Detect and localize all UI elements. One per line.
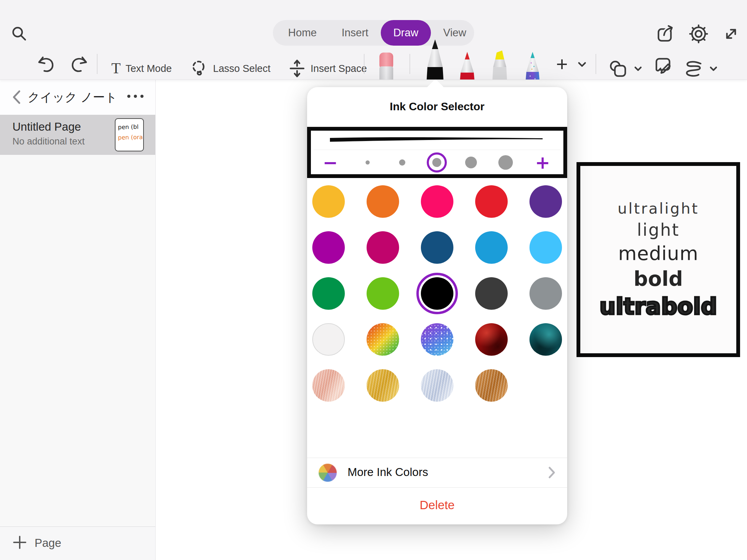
- color-swatch-dark-gray[interactable]: [475, 277, 508, 310]
- black-pen-tool-selected[interactable]: [424, 39, 446, 80]
- delete-pen-button[interactable]: Delete: [307, 488, 567, 524]
- eraser-tool[interactable]: [375, 52, 397, 80]
- tab-draw[interactable]: Draw: [381, 20, 431, 46]
- add-page-button[interactable]: [12, 534, 28, 550]
- more-ink-colors-label: More Ink Colors: [348, 466, 428, 479]
- thickness-section-annotation-box: − +: [307, 127, 567, 178]
- search-icon: [10, 25, 28, 43]
- color-swatch-purple[interactable]: [529, 185, 562, 218]
- ink-note-button[interactable]: [653, 55, 673, 80]
- color-swatch-sky-blue[interactable]: [529, 231, 562, 264]
- color-swatch-white[interactable]: [312, 323, 345, 356]
- page-thumbnail: pen (blpen (ora: [115, 118, 144, 151]
- thickness-option-4[interactable]: [465, 157, 477, 168]
- back-button[interactable]: [10, 89, 22, 105]
- thickness-dot-selected: [432, 158, 441, 167]
- thickness-dot: [465, 157, 477, 168]
- color-swatch-gray[interactable]: [529, 277, 562, 310]
- thickness-dot: [399, 159, 405, 166]
- text-mode-button[interactable]: T Text Mode: [111, 55, 172, 80]
- color-swatch-bronze[interactable]: [475, 369, 508, 402]
- add-page-label[interactable]: Page: [35, 536, 61, 550]
- galaxy-pencil-tool[interactable]: [523, 51, 543, 80]
- pen-set-dropdown[interactable]: [577, 61, 587, 68]
- highlighter-icon: [489, 50, 510, 80]
- chevron-down-icon: [634, 66, 643, 73]
- sidebar-footer: Page: [0, 526, 155, 560]
- color-swatch-pink[interactable]: [421, 185, 453, 218]
- fullscreen-button[interactable]: [721, 24, 741, 44]
- thickness-option-1[interactable]: [366, 160, 370, 165]
- shapes-button[interactable]: [609, 55, 643, 80]
- toolbar-divider: [596, 54, 596, 74]
- undo-button[interactable]: [36, 52, 58, 80]
- page-subtitle: No additional text: [12, 136, 85, 147]
- onenote-draw-screen: { "colors": { "accent": "#7C21A8", "sele…: [0, 0, 747, 560]
- thickness-sample-ultralight: ultralight: [618, 201, 699, 216]
- redo-button[interactable]: [67, 52, 89, 80]
- color-swatch-blue[interactable]: [475, 231, 508, 264]
- undo-icon: [36, 54, 58, 76]
- redo-icon: [67, 54, 89, 76]
- chevron-left-icon: [10, 89, 22, 105]
- color-swatch-lime-green[interactable]: [367, 277, 399, 310]
- color-swatch-orange[interactable]: [367, 185, 399, 218]
- insert-space-button[interactable]: Insert Space: [288, 55, 367, 80]
- color-wheel-icon: [319, 464, 337, 482]
- color-swatch-yellow[interactable]: [312, 185, 345, 218]
- decrease-thickness-button[interactable]: −: [323, 153, 338, 171]
- thickness-option-3[interactable]: [432, 158, 441, 167]
- ink-replay-button[interactable]: [683, 55, 718, 80]
- stroke-preview: [328, 132, 544, 146]
- search-button[interactable]: [10, 25, 28, 43]
- tab-insert[interactable]: Insert: [329, 20, 381, 46]
- gear-icon: [689, 24, 708, 44]
- color-swatch-red[interactable]: [475, 185, 508, 218]
- color-swatch-silver[interactable]: [421, 369, 453, 402]
- text-mode-icon: T: [111, 61, 121, 76]
- yellow-highlighter-tool[interactable]: [489, 50, 510, 80]
- black-pen-icon: [424, 39, 446, 80]
- page-sidebar: クイック ノート Untitled Page No additional tex…: [0, 80, 156, 560]
- insert-space-label: Insert Space: [311, 63, 367, 74]
- thumbnail-ink-line: pen (bl: [118, 121, 144, 132]
- galaxy-pencil-icon: [523, 51, 543, 80]
- color-swatch-black[interactable]: [421, 277, 453, 310]
- color-swatch-magenta[interactable]: [312, 231, 345, 264]
- color-swatch-gold[interactable]: [367, 369, 399, 402]
- color-swatch-teal-marble[interactable]: [529, 323, 562, 356]
- thickness-option-2[interactable]: [399, 159, 405, 166]
- toolbar-divider: [364, 54, 365, 74]
- page-list-item-selected[interactable]: Untitled Page No additional text pen (bl…: [0, 115, 155, 155]
- scribble-icon: [683, 59, 704, 79]
- settings-button[interactable]: [689, 24, 708, 44]
- popup-caret: [425, 79, 445, 99]
- section-menu-button[interactable]: [127, 95, 144, 98]
- popup-title: Ink Color Selector: [307, 100, 567, 113]
- color-swatch-raspberry[interactable]: [367, 231, 399, 264]
- thickness-sample-ultrabold: ultrabold: [599, 295, 717, 318]
- lasso-select-button[interactable]: Lasso Select: [190, 55, 270, 80]
- tab-home[interactable]: Home: [276, 20, 329, 46]
- thickness-dot: [498, 155, 513, 170]
- divider: [314, 150, 561, 150]
- color-swatch-rose-gold[interactable]: [312, 369, 345, 402]
- red-pen-tool[interactable]: [457, 51, 477, 80]
- thickness-sample-light: light: [637, 221, 680, 239]
- share-button[interactable]: [656, 24, 675, 44]
- color-swatch-rainbow-glitter[interactable]: [367, 323, 399, 356]
- more-ink-colors-row[interactable]: More Ink Colors: [307, 458, 567, 487]
- increase-thickness-button[interactable]: +: [535, 153, 550, 171]
- thickness-dot: [366, 160, 370, 165]
- add-pen-button[interactable]: +: [556, 52, 568, 76]
- color-swatch-green[interactable]: [312, 277, 345, 310]
- color-swatch-galaxy[interactable]: [421, 323, 453, 356]
- top-toolbar: HomeInsertDrawView: [0, 0, 747, 80]
- thickness-option-5[interactable]: [498, 155, 513, 170]
- eraser-icon: [375, 52, 397, 80]
- text-mode-label: Text Mode: [126, 63, 172, 74]
- color-swatch-red-marble[interactable]: [475, 323, 508, 356]
- lasso-icon: [190, 59, 208, 78]
- thickness-samples-annotation-box: ultralightlightmediumboldultrabold: [577, 162, 740, 357]
- color-swatch-dark-blue[interactable]: [421, 231, 453, 264]
